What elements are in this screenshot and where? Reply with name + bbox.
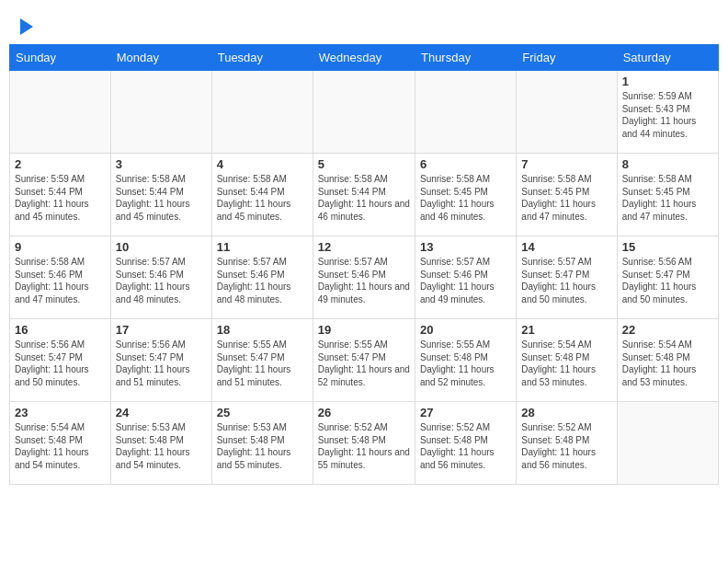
day-info: Sunrise: 5:54 AM Sunset: 5:48 PM Dayligh… xyxy=(15,421,106,471)
day-info: Sunrise: 5:54 AM Sunset: 5:48 PM Dayligh… xyxy=(622,339,713,388)
day-number: 25 xyxy=(217,406,308,419)
calendar-week-row: 23Sunrise: 5:54 AM Sunset: 5:48 PM Dayli… xyxy=(10,402,719,485)
calendar-cell: 20Sunrise: 5:55 AM Sunset: 5:48 PM Dayli… xyxy=(415,319,516,402)
day-info: Sunrise: 5:52 AM Sunset: 5:48 PM Dayligh… xyxy=(420,421,511,471)
calendar-cell: 18Sunrise: 5:55 AM Sunset: 5:47 PM Dayli… xyxy=(211,319,313,402)
day-info: Sunrise: 5:57 AM Sunset: 5:46 PM Dayligh… xyxy=(420,256,511,305)
day-info: Sunrise: 5:52 AM Sunset: 5:48 PM Dayligh… xyxy=(521,421,611,471)
day-number: 5 xyxy=(318,157,410,171)
calendar-cell: 17Sunrise: 5:56 AM Sunset: 5:47 PM Dayli… xyxy=(110,319,211,402)
calendar-cell: 23Sunrise: 5:54 AM Sunset: 5:48 PM Dayli… xyxy=(10,402,111,485)
day-of-week-header: Wednesday xyxy=(313,45,415,71)
calendar-cell: 9Sunrise: 5:58 AM Sunset: 5:46 PM Daylig… xyxy=(10,236,111,319)
calendar-cell xyxy=(211,71,313,154)
day-of-week-header: Monday xyxy=(110,45,211,71)
day-of-week-header: Tuesday xyxy=(211,45,313,71)
day-info: Sunrise: 5:58 AM Sunset: 5:44 PM Dayligh… xyxy=(116,173,207,223)
calendar-cell: 5Sunrise: 5:58 AM Sunset: 5:44 PM Daylig… xyxy=(313,154,415,236)
day-info: Sunrise: 5:58 AM Sunset: 5:45 PM Dayligh… xyxy=(622,173,713,223)
day-info: Sunrise: 5:58 AM Sunset: 5:44 PM Dayligh… xyxy=(318,173,410,223)
day-number: 20 xyxy=(420,323,511,337)
day-info: Sunrise: 5:59 AM Sunset: 5:44 PM Dayligh… xyxy=(15,173,106,223)
day-info: Sunrise: 5:57 AM Sunset: 5:46 PM Dayligh… xyxy=(217,256,308,305)
day-number: 1 xyxy=(622,75,713,88)
day-info: Sunrise: 5:57 AM Sunset: 5:47 PM Dayligh… xyxy=(521,256,611,305)
calendar-week-row: 16Sunrise: 5:56 AM Sunset: 5:47 PM Dayli… xyxy=(10,319,719,402)
day-number: 11 xyxy=(217,240,308,254)
day-info: Sunrise: 5:56 AM Sunset: 5:47 PM Dayligh… xyxy=(622,256,713,305)
day-of-week-header: Saturday xyxy=(617,45,718,71)
day-number: 14 xyxy=(521,240,611,254)
calendar-cell: 19Sunrise: 5:55 AM Sunset: 5:47 PM Dayli… xyxy=(313,319,415,402)
calendar-cell: 7Sunrise: 5:58 AM Sunset: 5:45 PM Daylig… xyxy=(517,154,617,236)
calendar-week-row: 2Sunrise: 5:59 AM Sunset: 5:44 PM Daylig… xyxy=(10,154,719,236)
calendar-cell: 22Sunrise: 5:54 AM Sunset: 5:48 PM Dayli… xyxy=(617,319,718,402)
day-info: Sunrise: 5:59 AM Sunset: 5:43 PM Dayligh… xyxy=(622,90,713,140)
day-number: 10 xyxy=(116,240,207,254)
day-number: 7 xyxy=(521,157,611,171)
calendar-cell xyxy=(517,71,617,154)
calendar-cell: 26Sunrise: 5:52 AM Sunset: 5:48 PM Dayli… xyxy=(313,402,415,485)
day-number: 13 xyxy=(420,240,511,254)
calendar-cell xyxy=(10,71,111,154)
day-number: 15 xyxy=(622,240,713,254)
calendar-cell xyxy=(617,402,718,485)
calendar-table: SundayMondayTuesdayWednesdayThursdayFrid… xyxy=(9,44,719,485)
calendar-cell: 2Sunrise: 5:59 AM Sunset: 5:44 PM Daylig… xyxy=(10,154,111,236)
day-info: Sunrise: 5:56 AM Sunset: 5:47 PM Dayligh… xyxy=(116,339,207,388)
logo-arrow-icon xyxy=(20,18,33,35)
day-number: 19 xyxy=(318,323,410,337)
day-info: Sunrise: 5:55 AM Sunset: 5:48 PM Dayligh… xyxy=(420,339,511,388)
calendar-cell: 11Sunrise: 5:57 AM Sunset: 5:46 PM Dayli… xyxy=(211,236,313,319)
day-info: Sunrise: 5:57 AM Sunset: 5:46 PM Dayligh… xyxy=(318,256,410,305)
calendar-week-row: 9Sunrise: 5:58 AM Sunset: 5:46 PM Daylig… xyxy=(10,236,719,319)
day-number: 8 xyxy=(622,157,713,171)
calendar-cell xyxy=(415,71,516,154)
calendar-cell: 10Sunrise: 5:57 AM Sunset: 5:46 PM Dayli… xyxy=(110,236,211,319)
day-number: 23 xyxy=(15,406,106,419)
calendar-cell: 4Sunrise: 5:58 AM Sunset: 5:44 PM Daylig… xyxy=(211,154,313,236)
page-header xyxy=(9,9,719,40)
day-number: 9 xyxy=(15,240,106,254)
day-number: 26 xyxy=(318,406,410,419)
logo xyxy=(18,18,33,35)
day-info: Sunrise: 5:58 AM Sunset: 5:45 PM Dayligh… xyxy=(420,173,511,223)
calendar-cell: 28Sunrise: 5:52 AM Sunset: 5:48 PM Dayli… xyxy=(517,402,617,485)
calendar-cell: 3Sunrise: 5:58 AM Sunset: 5:44 PM Daylig… xyxy=(110,154,211,236)
day-of-week-header: Thursday xyxy=(415,45,516,71)
calendar-cell: 8Sunrise: 5:58 AM Sunset: 5:45 PM Daylig… xyxy=(617,154,718,236)
day-number: 3 xyxy=(116,157,207,171)
day-info: Sunrise: 5:58 AM Sunset: 5:45 PM Dayligh… xyxy=(521,173,611,223)
calendar-cell: 27Sunrise: 5:52 AM Sunset: 5:48 PM Dayli… xyxy=(415,402,516,485)
calendar-week-row: 1Sunrise: 5:59 AM Sunset: 5:43 PM Daylig… xyxy=(10,71,719,154)
day-number: 27 xyxy=(420,406,511,419)
calendar-cell: 24Sunrise: 5:53 AM Sunset: 5:48 PM Dayli… xyxy=(110,402,211,485)
day-number: 6 xyxy=(420,157,511,171)
day-number: 16 xyxy=(15,323,106,337)
calendar-cell: 15Sunrise: 5:56 AM Sunset: 5:47 PM Dayli… xyxy=(617,236,718,319)
day-number: 17 xyxy=(116,323,207,337)
day-info: Sunrise: 5:53 AM Sunset: 5:48 PM Dayligh… xyxy=(217,421,308,471)
calendar-cell xyxy=(313,71,415,154)
day-info: Sunrise: 5:56 AM Sunset: 5:47 PM Dayligh… xyxy=(15,339,106,388)
day-info: Sunrise: 5:58 AM Sunset: 5:44 PM Dayligh… xyxy=(217,173,308,223)
day-number: 4 xyxy=(217,157,308,171)
calendar-cell: 13Sunrise: 5:57 AM Sunset: 5:46 PM Dayli… xyxy=(415,236,516,319)
calendar-cell: 14Sunrise: 5:57 AM Sunset: 5:47 PM Dayli… xyxy=(517,236,617,319)
day-number: 2 xyxy=(15,157,106,171)
day-number: 22 xyxy=(622,323,713,337)
day-number: 24 xyxy=(116,406,207,419)
day-info: Sunrise: 5:54 AM Sunset: 5:48 PM Dayligh… xyxy=(521,339,611,388)
day-of-week-header: Friday xyxy=(517,45,617,71)
calendar-header-row: SundayMondayTuesdayWednesdayThursdayFrid… xyxy=(10,45,719,71)
day-info: Sunrise: 5:55 AM Sunset: 5:47 PM Dayligh… xyxy=(217,339,308,388)
day-info: Sunrise: 5:53 AM Sunset: 5:48 PM Dayligh… xyxy=(116,421,207,471)
calendar-cell: 21Sunrise: 5:54 AM Sunset: 5:48 PM Dayli… xyxy=(517,319,617,402)
calendar-cell: 1Sunrise: 5:59 AM Sunset: 5:43 PM Daylig… xyxy=(617,71,718,154)
day-number: 28 xyxy=(521,406,611,419)
calendar-cell xyxy=(110,71,211,154)
calendar-cell: 6Sunrise: 5:58 AM Sunset: 5:45 PM Daylig… xyxy=(415,154,516,236)
day-info: Sunrise: 5:55 AM Sunset: 5:47 PM Dayligh… xyxy=(318,339,410,388)
day-number: 12 xyxy=(318,240,410,254)
day-info: Sunrise: 5:58 AM Sunset: 5:46 PM Dayligh… xyxy=(15,256,106,305)
